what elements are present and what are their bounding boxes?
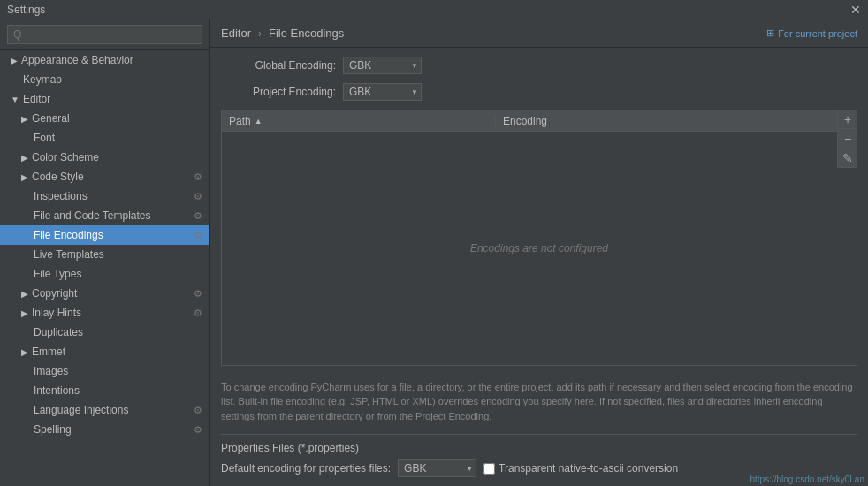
sidebar-item-language-injections[interactable]: Language Injections⚙	[0, 400, 209, 420]
sidebar-item-font[interactable]: Font	[0, 128, 209, 148]
sidebar-item-label: Language Injections	[34, 404, 128, 416]
arrow-icon: ▶	[21, 114, 28, 124]
search-input[interactable]	[7, 25, 202, 44]
sidebar-item-duplicates[interactable]: Duplicates	[0, 323, 209, 342]
transparent-checkbox-label[interactable]: Transparent native-to-ascii conversion	[483, 462, 678, 475]
sidebar-items: ▶Appearance & BehaviorKeymap▼Editor▶Gene…	[0, 50, 209, 439]
sort-icon: ▲	[255, 117, 263, 125]
remove-encoding-button[interactable]: −	[838, 129, 857, 148]
global-encoding-select-wrapper: GBK UTF-8 ISO-8859-1	[343, 57, 422, 74]
sidebar-item-intentions[interactable]: Intentions	[0, 381, 209, 400]
breadcrumb-separator: ›	[258, 27, 262, 40]
settings-icon: ⚙	[194, 288, 202, 300]
project-encoding-row: Project Encoding: GBK UTF-8 ISO-8859-1	[221, 83, 857, 101]
arrow-icon: ▶	[21, 347, 28, 357]
sidebar-item-emmet[interactable]: ▶Emmet	[0, 342, 209, 361]
sidebar-item-label: Images	[34, 365, 68, 377]
sidebar-item-label: Code Style	[32, 171, 84, 183]
sidebar-item-keymap[interactable]: Keymap	[0, 70, 209, 89]
main-container: ▶Appearance & BehaviorKeymap▼Editor▶Gene…	[0, 19, 868, 486]
settings-icon: ⚙	[194, 424, 202, 436]
edit-encoding-button[interactable]: ✎	[838, 148, 857, 168]
watermark: https://blog.csdn.net/sky0Lan	[750, 475, 864, 484]
sidebar-item-live-templates[interactable]: Live Templates	[0, 245, 209, 264]
sidebar-item-label: Live Templates	[34, 248, 104, 261]
project-encoding-label: Project Encoding:	[221, 86, 336, 98]
settings-icon: ⚙	[194, 171, 202, 183]
sidebar-item-copyright[interactable]: ▶Copyright⚙	[0, 284, 209, 303]
properties-section: Properties Files (*.properties) Default …	[221, 434, 857, 477]
sidebar-item-label: Appearance & Behavior	[21, 54, 133, 66]
sidebar-item-label: Inlay Hints	[32, 307, 81, 319]
settings-icon: ⚙	[194, 191, 202, 202]
sidebar-item-code-style[interactable]: ▶Code Style⚙	[0, 167, 209, 186]
breadcrumb-parent: Editor	[221, 27, 251, 40]
sidebar-item-label: File and Code Templates	[34, 209, 151, 222]
sidebar-item-label: File Types	[34, 268, 81, 280]
properties-title: Properties Files (*.properties)	[221, 442, 857, 454]
breadcrumb-current: File Encodings	[269, 27, 344, 40]
content-body: Global Encoding: GBK UTF-8 ISO-8859-1 Pr…	[210, 48, 868, 486]
properties-encoding-select-wrapper: GBK UTF-8 ISO-8859-1	[398, 459, 476, 477]
project-encoding-select[interactable]: GBK UTF-8 ISO-8859-1	[343, 83, 422, 101]
sidebar-item-label: File Encodings	[34, 229, 103, 241]
sidebar-item-label: Color Scheme	[32, 151, 99, 163]
for-current-project-label: For current project	[778, 28, 857, 39]
sidebar-item-general[interactable]: ▶General	[0, 109, 209, 128]
transparent-label-text: Transparent native-to-ascii conversion	[499, 462, 678, 475]
table-actions: + − ✎	[837, 110, 857, 168]
sidebar-item-appearance[interactable]: ▶Appearance & Behavior	[0, 50, 209, 70]
close-button[interactable]: ✕	[850, 3, 861, 17]
search-box	[0, 19, 209, 50]
title-bar-text: Settings	[7, 4, 45, 16]
global-encoding-row: Global Encoding: GBK UTF-8 ISO-8859-1	[221, 57, 857, 74]
content-panel: Editor › File Encodings ⊞ For current pr…	[210, 19, 868, 486]
info-text-content: To change encoding PyCharm uses for a fi…	[221, 382, 853, 421]
sidebar-item-label: Emmet	[32, 346, 65, 358]
sidebar-item-file-code-templates[interactable]: File and Code Templates⚙	[0, 206, 209, 225]
sidebar-item-label: Keymap	[23, 73, 62, 86]
project-encoding-select-wrapper: GBK UTF-8 ISO-8859-1	[343, 83, 422, 101]
sidebar-item-label: Duplicates	[34, 326, 83, 338]
sidebar-item-file-types[interactable]: File Types	[0, 264, 209, 284]
sidebar-item-label: Intentions	[34, 384, 80, 397]
table-header-path: Path ▲	[222, 115, 496, 127]
empty-message: Encodings are not configured	[470, 242, 608, 254]
project-icon: ⊞	[766, 27, 774, 39]
arrow-icon: ▶	[21, 153, 28, 163]
arrow-icon: ▶	[21, 172, 28, 182]
settings-icon: ⚙	[194, 230, 202, 241]
sidebar-item-label: Inspections	[34, 190, 88, 202]
sidebar-item-spelling[interactable]: Spelling⚙	[0, 420, 209, 439]
sidebar-item-color-scheme[interactable]: ▶Color Scheme	[0, 148, 209, 167]
for-current-project[interactable]: ⊞ For current project	[766, 27, 857, 39]
sidebar-item-file-encodings[interactable]: File Encodings⚙	[0, 225, 209, 245]
sidebar-item-label: Copyright	[32, 287, 77, 300]
title-bar: Settings ✕	[0, 0, 868, 19]
sidebar: ▶Appearance & BehaviorKeymap▼Editor▶Gene…	[0, 19, 210, 486]
sidebar-item-label: General	[32, 112, 70, 125]
arrow-icon: ▼	[11, 95, 19, 104]
settings-icon: ⚙	[194, 210, 202, 222]
sidebar-item-images[interactable]: Images	[0, 361, 209, 381]
sidebar-item-label: Font	[34, 132, 55, 144]
global-encoding-select[interactable]: GBK UTF-8 ISO-8859-1	[343, 57, 422, 74]
sidebar-item-editor[interactable]: ▼Editor	[0, 89, 209, 109]
sidebar-item-label: Editor	[23, 93, 50, 105]
sidebar-item-inspections[interactable]: Inspections⚙	[0, 186, 209, 206]
info-text: To change encoding PyCharm uses for a fi…	[221, 376, 857, 428]
settings-icon: ⚙	[194, 308, 202, 319]
settings-icon: ⚙	[194, 405, 202, 416]
content-header: Editor › File Encodings ⊞ For current pr…	[210, 19, 868, 48]
add-encoding-button[interactable]: +	[838, 110, 857, 129]
table-body-empty: Encodings are not configured	[222, 132, 857, 365]
encodings-table: Path ▲ Encoding Encodings are not config…	[221, 110, 857, 366]
sidebar-item-inlay-hints[interactable]: ▶Inlay Hints⚙	[0, 303, 209, 323]
table-header-encoding: Encoding	[496, 115, 857, 127]
sidebar-item-label: Spelling	[34, 423, 72, 436]
default-encoding-label: Default encoding for properties files:	[221, 462, 391, 475]
properties-encoding-select[interactable]: GBK UTF-8 ISO-8859-1	[398, 459, 476, 477]
arrow-icon: ▶	[11, 56, 18, 65]
transparent-checkbox[interactable]	[483, 463, 495, 475]
arrow-icon: ▶	[21, 308, 28, 318]
